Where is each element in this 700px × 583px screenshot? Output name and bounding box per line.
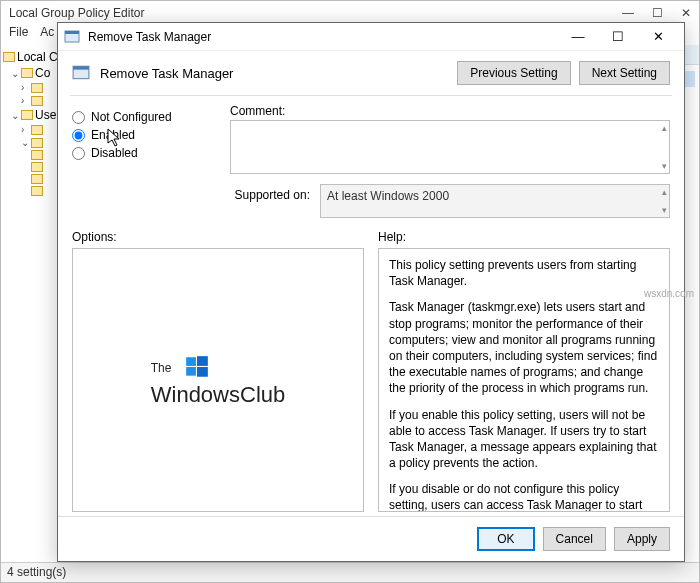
help-panel[interactable]: This policy setting prevents users from … — [378, 248, 670, 512]
svg-rect-1 — [65, 31, 79, 34]
policy-icon — [64, 29, 80, 45]
help-paragraph: If you enable this policy setting, users… — [389, 407, 659, 472]
folder-icon — [31, 138, 43, 148]
folder-icon — [31, 96, 43, 106]
folder-icon — [21, 68, 33, 78]
help-paragraph: This policy setting prevents users from … — [389, 257, 659, 289]
dialog-footer: OK Cancel Apply — [58, 516, 684, 561]
gpedit-close-button[interactable]: ✕ — [681, 6, 691, 20]
radio-disabled[interactable]: Disabled — [72, 146, 212, 160]
previous-setting-button[interactable]: Previous Setting — [457, 61, 570, 85]
svg-rect-7 — [197, 367, 208, 377]
radio-label: Enabled — [91, 128, 135, 142]
menu-action[interactable]: Ac — [40, 25, 54, 45]
svg-rect-3 — [73, 66, 89, 69]
cancel-button[interactable]: Cancel — [543, 527, 606, 551]
gpedit-min-button[interactable]: — — [622, 6, 634, 20]
radio-not-configured-input[interactable] — [72, 111, 85, 124]
scroll-up-icon[interactable]: ▴ — [662, 123, 667, 133]
status-text: 4 setting(s) — [7, 565, 66, 579]
dialog-title: Remove Task Manager — [88, 30, 211, 44]
watermark-line2: WindowsClub — [151, 380, 286, 410]
scroll-down-icon[interactable]: ▾ — [662, 205, 667, 215]
radio-enabled[interactable]: Enabled — [72, 128, 212, 142]
radio-not-configured[interactable]: Not Configured — [72, 110, 212, 124]
tree-node[interactable]: Use — [35, 108, 56, 122]
gpedit-max-button[interactable]: ☐ — [652, 6, 663, 20]
site-watermark: wsxdn.com — [644, 288, 694, 299]
chevron-right-icon[interactable]: › — [21, 95, 29, 106]
gpedit-title: Local Group Policy Editor — [9, 6, 144, 20]
radio-disabled-input[interactable] — [72, 147, 85, 160]
help-paragraph: Task Manager (taskmgr.exe) lets users st… — [389, 299, 659, 396]
supported-label: Supported on: — [230, 184, 310, 202]
options-panel: The WindowsClub — [72, 248, 364, 512]
svg-rect-6 — [186, 367, 196, 376]
folder-icon — [21, 110, 33, 120]
policy-icon — [3, 52, 15, 62]
policy-heading: Remove Task Manager — [100, 66, 233, 81]
windows-logo-icon — [184, 354, 210, 380]
radio-label: Not Configured — [91, 110, 172, 124]
supported-value: At least Windows 2000 ▴ ▾ — [320, 184, 670, 218]
folder-icon — [31, 186, 43, 196]
tree-node[interactable]: Co — [35, 66, 50, 80]
watermark-line1: The — [151, 361, 172, 375]
chevron-down-icon[interactable]: ⌄ — [11, 68, 19, 79]
svg-rect-5 — [197, 356, 208, 366]
folder-icon — [31, 150, 43, 160]
next-setting-button[interactable]: Next Setting — [579, 61, 670, 85]
dialog-close-button[interactable]: ✕ — [638, 25, 678, 49]
policy-tree[interactable]: Local C ⌄Co › › ⌄Use › ⌄ — [1, 45, 61, 582]
dialog-max-button[interactable]: ☐ — [598, 25, 638, 49]
options-label: Options: — [72, 230, 364, 244]
folder-icon — [31, 162, 43, 172]
supported-text: At least Windows 2000 — [327, 189, 449, 203]
chevron-right-icon[interactable]: › — [21, 124, 29, 135]
menu-file[interactable]: File — [9, 25, 28, 45]
scroll-down-icon[interactable]: ▾ — [662, 161, 667, 171]
chevron-down-icon[interactable]: ⌄ — [11, 110, 19, 121]
radio-label: Disabled — [91, 146, 138, 160]
tree-root[interactable]: Local C — [17, 50, 58, 64]
help-paragraph: If you disable or do not configure this … — [389, 481, 659, 512]
ok-button[interactable]: OK — [477, 527, 534, 551]
radio-enabled-input[interactable] — [72, 129, 85, 142]
apply-button[interactable]: Apply — [614, 527, 670, 551]
dialog-min-button[interactable]: — — [558, 25, 598, 49]
status-bar: 4 setting(s) — [1, 562, 699, 582]
dialog-titlebar[interactable]: Remove Task Manager — ☐ ✕ — [58, 23, 684, 51]
watermark: The WindowsClub — [151, 350, 286, 409]
scroll-up-icon[interactable]: ▴ — [662, 187, 667, 197]
chevron-down-icon[interactable]: ⌄ — [21, 137, 29, 148]
comment-label: Comment: — [230, 104, 670, 118]
folder-icon — [31, 83, 43, 93]
folder-icon — [31, 125, 43, 135]
comment-input[interactable]: ▴ ▾ — [230, 120, 670, 174]
policy-icon — [72, 64, 90, 82]
state-radios: Not Configured Enabled Disabled — [72, 104, 212, 218]
chevron-right-icon[interactable]: › — [21, 82, 29, 93]
folder-icon — [31, 174, 43, 184]
help-label: Help: — [378, 230, 670, 244]
svg-rect-4 — [186, 357, 196, 366]
policy-dialog: Remove Task Manager — ☐ ✕ Remove Task Ma… — [57, 22, 685, 562]
